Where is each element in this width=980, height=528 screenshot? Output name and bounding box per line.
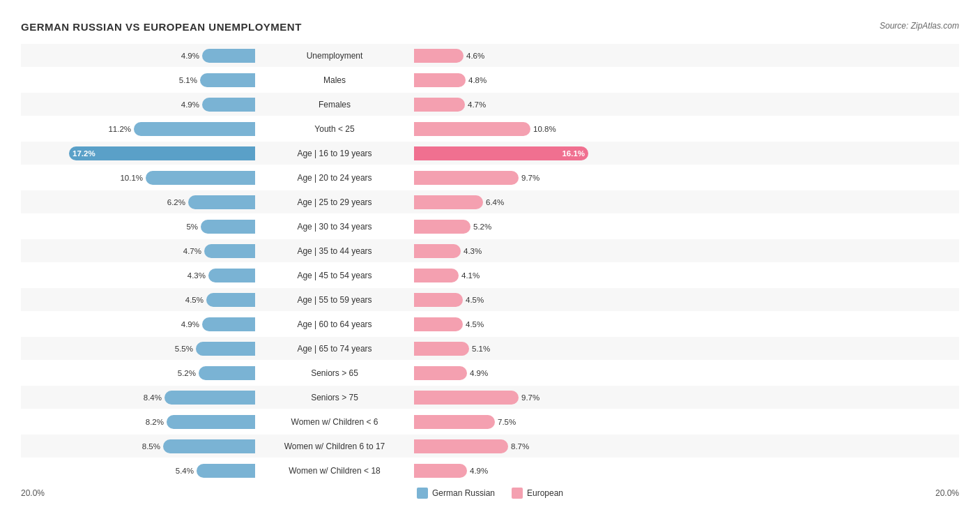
row-right-section: 9.7% xyxy=(411,391,648,405)
value-right: 16.1% xyxy=(558,149,588,158)
chart-row: 8.5% Women w/ Children 6 to 17 8.7% xyxy=(21,435,959,458)
bar-wrapper-right: 4.6% xyxy=(414,49,648,63)
value-left: 4.3% xyxy=(187,271,206,280)
bar-wrapper-right: 4.3% xyxy=(414,244,648,258)
bar-right xyxy=(414,195,483,209)
row-right-section: 9.7% xyxy=(411,171,648,185)
value-left: 4.5% xyxy=(185,296,204,304)
value-left: 8.4% xyxy=(144,393,162,402)
row-label: Age | 25 to 29 years xyxy=(258,197,411,207)
bar-left xyxy=(202,98,255,112)
legend-color-european xyxy=(512,488,523,499)
value-left: 17.2% xyxy=(69,149,99,158)
bar-wrapper-left: 8.4% xyxy=(21,391,255,405)
row-label: Women w/ Children 6 to 17 xyxy=(258,442,411,451)
value-right: 4.9% xyxy=(470,369,488,377)
chart-title: GERMAN RUSSIAN VS EUROPEAN UNEMPLOYMENT xyxy=(21,21,302,33)
bar-right xyxy=(414,220,470,234)
bar-wrapper-left: 4.5% xyxy=(21,293,255,307)
bar-wrapper-left: 8.2% xyxy=(21,415,255,429)
row-right-section: 5.2% xyxy=(411,220,648,234)
bar-right xyxy=(414,244,461,258)
chart-body: 4.9% Unemployment 4.6% 5.1% xyxy=(21,44,959,482)
value-left: 8.5% xyxy=(142,442,160,451)
value-right: 4.7% xyxy=(468,100,486,109)
row-left-section: 4.9% xyxy=(21,49,258,63)
chart-row: 5.5% Age | 65 to 74 years 5.1% xyxy=(21,337,959,360)
bar-right xyxy=(414,439,508,453)
bar-right xyxy=(414,171,519,185)
bar-left xyxy=(197,464,255,478)
chart-row: 4.9% Females 4.7% xyxy=(21,93,959,116)
legend-german-russian: German Russian xyxy=(417,488,495,499)
chart-row: 4.9% Unemployment 4.6% xyxy=(21,44,959,67)
bar-wrapper-right: 9.7% xyxy=(414,391,648,405)
bar-wrapper-left: 5.5% xyxy=(21,342,255,356)
row-left-section: 5% xyxy=(21,220,258,234)
bar-left xyxy=(167,415,255,429)
bar-wrapper-left: 5.1% xyxy=(21,73,255,87)
bar-wrapper-left: 4.3% xyxy=(21,269,255,282)
bar-wrapper-right: 9.7% xyxy=(414,171,648,185)
row-label: Females xyxy=(258,100,411,110)
value-right: 4.5% xyxy=(466,296,484,304)
row-right-section: 7.5% xyxy=(411,415,648,429)
legend-label-german-russian: German Russian xyxy=(432,488,495,498)
row-right-section: 4.5% xyxy=(411,317,648,331)
row-label: Youth < 25 xyxy=(258,124,411,134)
value-right: 4.9% xyxy=(470,467,488,475)
bar-wrapper-left: 17.2% xyxy=(21,146,255,160)
row-right-section: 4.6% xyxy=(411,49,648,63)
bar-wrapper-left: 10.1% xyxy=(21,171,255,185)
row-label: Age | 30 to 34 years xyxy=(258,222,411,232)
row-right-section: 4.8% xyxy=(411,73,648,87)
row-label: Age | 16 to 19 years xyxy=(258,149,411,158)
bar-wrapper-left: 8.5% xyxy=(21,439,255,453)
row-left-section: 8.4% xyxy=(21,391,258,405)
bar-wrapper-right: 16.1% xyxy=(414,146,648,160)
bar-left xyxy=(163,439,255,453)
bar-left xyxy=(134,122,255,136)
bar-left xyxy=(164,391,255,405)
legend-color-german-russian xyxy=(417,488,428,499)
bar-wrapper-right: 5.2% xyxy=(414,220,648,234)
bar-wrapper-left: 6.2% xyxy=(21,195,255,209)
bar-left xyxy=(146,171,255,185)
row-right-section: 6.4% xyxy=(411,195,648,209)
bar-left xyxy=(201,220,255,234)
row-label: Women w/ Children < 6 xyxy=(258,417,411,427)
row-label: Age | 55 to 59 years xyxy=(258,295,411,305)
bar-wrapper-right: 8.7% xyxy=(414,439,648,453)
row-left-section: 5.5% xyxy=(21,342,258,356)
row-right-section: 4.1% xyxy=(411,269,648,282)
bar-wrapper-left: 5% xyxy=(21,220,255,234)
row-left-section: 11.2% xyxy=(21,122,258,136)
row-left-section: 4.3% xyxy=(21,269,258,282)
bar-left xyxy=(200,73,255,87)
value-left: 5.2% xyxy=(178,369,196,377)
row-right-section: 5.1% xyxy=(411,342,648,356)
chart-row: 5.1% Males 4.8% xyxy=(21,68,959,91)
bar-wrapper-right: 7.5% xyxy=(414,415,648,429)
value-left: 6.2% xyxy=(167,198,185,206)
value-left: 10.1% xyxy=(120,174,143,182)
bar-wrapper-left: 11.2% xyxy=(21,122,255,136)
bar-right xyxy=(414,49,464,63)
chart-row: 6.2% Age | 25 to 29 years 6.4% xyxy=(21,190,959,213)
row-label: Women w/ Children < 18 xyxy=(258,466,411,476)
row-left-section: 4.9% xyxy=(21,98,258,112)
bar-wrapper-right: 10.8% xyxy=(414,122,648,136)
value-right: 5.2% xyxy=(473,222,491,231)
bar-left: 17.2% xyxy=(69,146,255,160)
scale-left: 20.0% xyxy=(21,488,258,498)
chart-row: 8.4% Seniors > 75 9.7% xyxy=(21,386,959,409)
value-left: 5.5% xyxy=(175,345,193,353)
row-label: Males xyxy=(258,75,411,85)
bar-wrapper-right: 4.5% xyxy=(414,317,648,331)
value-right: 4.3% xyxy=(464,247,482,255)
bar-wrapper-left: 4.7% xyxy=(21,244,255,258)
chart-footer: 20.0% German Russian European 20.0% xyxy=(21,488,959,499)
row-left-section: 5.4% xyxy=(21,464,258,478)
row-label: Age | 60 to 64 years xyxy=(258,319,411,329)
row-right-section: 10.8% xyxy=(411,122,648,136)
